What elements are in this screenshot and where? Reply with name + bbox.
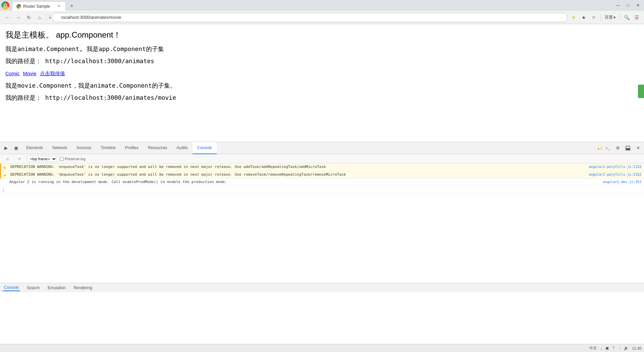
preserve-log-label[interactable]: Preserve log [60,157,86,161]
preserve-log-text: Preserve log [65,157,86,161]
browser-window: Router Sample ✕ + — □ ✕ ← → ↻ ⌂ ● 📄 ⚡ ★ … [0,0,644,352]
devtools-left-icons: ▶ ▣ [1,143,21,153]
devtools-bottom-bar: Console Search Emulation Rendering [0,283,644,292]
devtools-right-icons: ▲2 >_ ⚙ ​ ✕ [597,143,643,153]
tab-resources[interactable]: Resources [143,142,172,154]
console-msg-text-0: DEPRECATION WARNING: 'enqueueTask' is no… [10,164,586,170]
search-page-button[interactable]: 🔍 [622,13,631,22]
console-msg-2: Angular 2 is running in the development … [0,179,644,186]
status-time: 11:30 [632,346,641,350]
menu-button[interactable]: ☰ [632,13,641,22]
title-bar: Router Sample ✕ + — □ ✕ [0,0,644,11]
window-controls: — □ ✕ [613,1,643,10]
status-window-btn[interactable]: ▣ [605,346,609,350]
status-language[interactable]: 中文 [589,346,597,351]
console-messages: ▲ DEPRECATION WARNING: 'enqueueTask' is … [0,164,644,283]
bookmark-manager-button[interactable]: ☷ [589,13,598,22]
status-upload[interactable]: ↑ [619,346,621,350]
devtools-panel: ▶ ▣ Elements Network Sources Timeline Pr… [0,142,644,283]
preserve-log-checkbox[interactable] [60,157,64,161]
console-toolbar: ○ ▿ <top frame> Preserve log [0,154,644,164]
console-prompt-button[interactable]: >_ [603,143,612,153]
tab-close-button[interactable]: ✕ [56,4,61,9]
tab-audits[interactable]: Audits [172,142,192,154]
movie-component-text: 我是movie.Component，我是animate.Component的子集… [5,82,639,90]
os-status-bar: 中文 ↓ ▣ ⊤ ↑ 🔊 11:30 [0,344,644,352]
bookmark-button[interactable]: ★ [579,13,588,22]
path-value-1: http://localhost:3000/animates [45,57,154,64]
console-msg-0: ▲ DEPRECATION WARNING: 'enqueueTask' is … [0,164,644,171]
new-tab-button[interactable]: + [67,1,76,11]
extensions-button[interactable]: ⚡ [569,13,578,22]
inspect-element-button[interactable]: ▶ [1,143,11,153]
main-template-text: 我是主模板。 app.Component！ [5,30,639,40]
chrome-logo [1,1,9,9]
nav-right-buttons: ⚡ ★ ☷ 百度 ▾ 🔍 ☰ [569,13,641,22]
path-line-2: 我的路径是： http://localhost:3000/animates/mo… [5,94,639,102]
device-mode-button[interactable]: ▣ [11,143,21,153]
back-button[interactable]: ← [3,13,12,22]
search-engine-dropdown-icon: ▾ [613,15,615,20]
address-bar-container: ● 📄 [46,13,568,22]
page-content: 我是主模板。 app.Component！ 我是animate.Componen… [0,24,644,142]
active-tab[interactable]: Router Sample ✕ [12,1,66,11]
tab-profiles[interactable]: Profiles [120,142,143,154]
movie-link[interactable]: Movie [23,71,37,77]
search-engine-label: 百度 [605,14,613,20]
address-input[interactable] [52,13,568,22]
devtools-tabs: Elements Network Sources Timeline Profil… [21,142,596,154]
bottom-tab-emulation[interactable]: Emulation [46,285,67,291]
home-button[interactable]: ⌂ [35,13,44,22]
status-right-items: 中文 ↓ ▣ ⊤ ↑ 🔊 11:30 [589,346,641,351]
filter-button[interactable]: ▿ [15,154,24,164]
page-links: Comic Movie 点击我传值 [5,71,639,77]
search-engine-selector[interactable]: 百度 ▾ [603,14,618,21]
prompt-chevron: 〉 [3,187,4,193]
forward-button[interactable]: → [13,13,23,22]
console-msg-source-1[interactable]: angular2-polyfills.js:1152 [589,172,641,177]
tab-timeline[interactable]: Timeline [96,142,120,154]
console-msg-text-2: Angular 2 is running in the development … [9,179,600,185]
param-link[interactable]: 点击我传值 [40,71,65,77]
tab-sources[interactable]: Sources [72,142,96,154]
console-prompt-row: 〉 [0,186,644,194]
console-msg-1: ▲ DEPRECATION WARNING: 'dequeueTask' is … [0,171,644,179]
status-download[interactable]: ↓ [600,346,602,350]
tab-bar: Router Sample ✕ + [12,0,76,11]
path-label-1: 我的路径是： [5,57,42,64]
tab-network[interactable]: Network [48,142,72,154]
bottom-tab-console[interactable]: Console [3,284,20,291]
console-msg-text-1: DEPRECATION WARNING: 'dequeueTask' is no… [10,172,586,178]
tab-title: Router Sample [23,4,54,9]
animate-component-text: 我是animate.Component, 我是app.Component的子集 [5,45,639,53]
tab-console[interactable]: Console [193,142,217,154]
reload-button[interactable]: ↻ [24,13,34,22]
path-line-1: 我的路径是： http://localhost:3000/animates [5,57,639,65]
warning-icon-1: ▲ [4,172,8,178]
maximize-button[interactable]: □ [623,1,633,10]
settings-button[interactable]: ⚙ [613,143,623,153]
address-lock-icon: ● [49,15,51,19]
devtools-toolbar: ▶ ▣ Elements Network Sources Timeline Pr… [0,142,644,154]
status-volume[interactable]: 🔊 [624,346,629,350]
status-grid-btn[interactable]: ⊤ [612,346,615,350]
close-button[interactable]: ✕ [633,1,643,10]
comic-link[interactable]: Comic [5,71,20,77]
tab-favicon [16,4,21,9]
bottom-tab-rendering[interactable]: Rendering [72,285,93,291]
navbar: ← → ↻ ⌂ ● 📄 ⚡ ★ ☷ 百度 ▾ 🔍 ☰ [0,11,644,24]
clear-console-button[interactable]: ○ [3,154,12,164]
frame-selector[interactable]: <top frame> [27,156,57,162]
console-msg-source-0[interactable]: angular2-polyfills.js:1152 [589,164,641,169]
path-label-2: 我的路径是： [5,94,42,101]
minimize-button[interactable]: — [613,1,623,10]
side-green-button[interactable] [638,85,644,98]
dock-button[interactable]: ​ [623,143,633,153]
path-value-2: http://localhost:3000/animates/movie [45,94,176,101]
tab-elements[interactable]: Elements [21,142,48,154]
warning-icon-0: ▲ [4,165,8,170]
bottom-tab-search[interactable]: Search [25,285,41,291]
console-msg-source-2[interactable]: angular2.dev.js:353 [603,179,641,184]
svg-rect-1 [626,148,630,150]
devtools-close-button[interactable]: ✕ [633,143,643,153]
